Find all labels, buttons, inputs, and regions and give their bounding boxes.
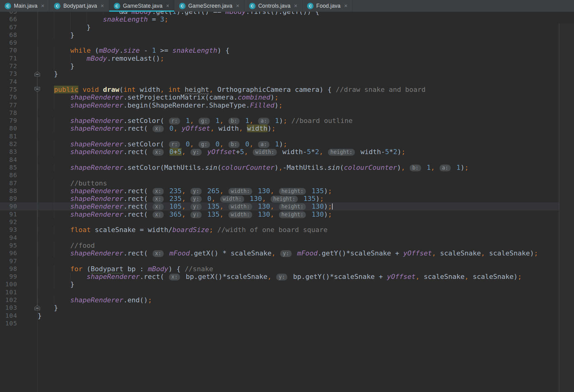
code-line[interactable]: 100} [0, 280, 574, 288]
code-line[interactable]: 72} [0, 62, 574, 70]
close-icon[interactable]: ✕ [100, 4, 104, 8]
gutter[interactable]: 105 [0, 320, 38, 327]
close-icon[interactable]: ✕ [236, 4, 240, 8]
fold-marker-icon[interactable] [35, 87, 40, 92]
tab-food-java[interactable]: CFood.java✕ [302, 0, 352, 12]
gutter[interactable]: 79 [0, 117, 38, 125]
gutter[interactable]: 74 [0, 78, 38, 86]
close-icon[interactable]: ✕ [41, 4, 45, 8]
gutter[interactable]: 104 [0, 312, 38, 320]
fold-marker-icon[interactable] [35, 305, 40, 310]
gutter[interactable]: 66 [0, 15, 38, 23]
code-line[interactable]: 81 [0, 133, 574, 140]
code-line[interactable]: 91shapeRenderer.rect( x: 365, y: 135, wi… [0, 210, 574, 218]
code-line[interactable]: 105 [0, 320, 574, 327]
code-line[interactable]: 76shapeRenderer.setProjectionMatrix(came… [0, 93, 574, 101]
gutter[interactable]: 100 [0, 280, 38, 288]
gutter[interactable]: 85 [0, 164, 38, 171]
gutter[interactable]: 69 [0, 39, 38, 47]
code-line[interactable]: 101 [0, 288, 574, 296]
close-icon[interactable]: ✕ [294, 4, 297, 8]
gutter[interactable]: 84 [0, 156, 38, 164]
code-line[interactable]: 75public void draw(int width, int height… [0, 86, 574, 93]
scrollbar-track[interactable] [559, 23, 574, 392]
code-line[interactable]: 85shapeRenderer.setColor(MathUtils.sin(c… [0, 164, 574, 171]
tab-controls-java[interactable]: CControls.java✕ [244, 0, 302, 12]
gutter[interactable]: 87 [0, 179, 38, 187]
tab-bodypart-java[interactable]: CBodypart.java✕ [49, 0, 109, 12]
gutter[interactable]: 99 [0, 273, 38, 280]
gutter[interactable]: 76 [0, 93, 38, 101]
gutter[interactable]: 96 [0, 249, 38, 257]
code-line[interactable]: 66snakeLength = 3; [0, 15, 574, 23]
code-line[interactable]: 102shapeRenderer.end(); [0, 296, 574, 304]
gutter[interactable]: 102 [0, 296, 38, 304]
gutter[interactable]: 95 [0, 242, 38, 249]
code-line[interactable]: 97 [0, 257, 574, 265]
code-line[interactable]: 82shapeRenderer.setColor( r: 0, g: 0, b:… [0, 140, 574, 148]
gutter[interactable]: 71 [0, 55, 38, 62]
gutter[interactable]: 83 [0, 148, 38, 156]
code-line[interactable]: 86 [0, 171, 574, 179]
gutter[interactable]: 86 [0, 171, 38, 179]
code-line[interactable]: 70while (mBody.size - 1 >= snakeLength) … [0, 47, 574, 54]
gutter[interactable]: 68 [0, 31, 38, 39]
code-line[interactable]: 89shapeRenderer.rect( x: 235, y: 0, widt… [0, 195, 574, 202]
code-line[interactable]: 73} [0, 70, 574, 78]
code-line[interactable]: 99shapeRenderer.rect( x: bp.getX()*scale… [0, 273, 574, 280]
close-icon[interactable]: ✕ [344, 4, 348, 8]
gutter[interactable]: 88 [0, 187, 38, 195]
gutter[interactable]: 72 [0, 62, 38, 70]
gutter[interactable]: 77 [0, 101, 38, 109]
gutter[interactable]: 75 [0, 86, 38, 93]
fold-marker-icon[interactable] [35, 71, 40, 76]
tab-gamescreen-java[interactable]: CGameScreen.java✕ [174, 0, 244, 12]
gutter[interactable]: 78 [0, 109, 38, 117]
code-line[interactable]: 79shapeRenderer.setColor( r: 1, g: 1, b:… [0, 117, 574, 125]
code-line[interactable]: 88shapeRenderer.rect( x: 235, y: 265, wi… [0, 187, 574, 195]
gutter[interactable]: 70 [0, 47, 38, 54]
code-line[interactable]: 95//food [0, 242, 574, 249]
code-line[interactable]: 103} [0, 304, 574, 312]
tab-gamestate-java[interactable]: CGameState.java✕ [109, 0, 174, 12]
gutter[interactable]: 103 [0, 304, 38, 312]
code-line[interactable]: 67} [0, 23, 574, 31]
gutter[interactable]: 94 [0, 234, 38, 242]
code-line[interactable]: 87//buttons [0, 179, 574, 187]
gutter[interactable]: 93 [0, 226, 38, 234]
code-line[interactable]: 71mBody.removeLast(); [0, 55, 574, 62]
code-line[interactable]: 92 [0, 218, 574, 226]
gutter[interactable]: 89 [0, 195, 38, 202]
code-line[interactable]: 93float scaleSnake = width/boardSize; //… [0, 226, 574, 234]
gutter[interactable]: 65 [0, 12, 38, 15]
code-line[interactable]: 96shapeRenderer.rect( x: mFood.getX() * … [0, 249, 574, 257]
code-line[interactable]: 78 [0, 109, 574, 117]
code-line[interactable]: 65&& mBody.get(1).getY() == mBody.first(… [0, 12, 574, 15]
gutter[interactable]: 101 [0, 288, 38, 296]
gutter[interactable]: 97 [0, 257, 38, 265]
code-line-current[interactable]: 90shapeRenderer.rect( x: 105, y: 135, wi… [0, 202, 574, 210]
code-line[interactable]: 98for (Bodypart bp : mBody) { //snake [0, 265, 574, 273]
gutter[interactable]: 73 [0, 70, 38, 78]
gutter[interactable]: 92 [0, 218, 38, 226]
code-line[interactable]: 84 [0, 156, 574, 164]
code-line[interactable]: 80shapeRenderer.rect( x: 0, yOffset, wid… [0, 125, 574, 132]
code-editor[interactable]: 65&& mBody.get(1).getY() == mBody.first(… [0, 12, 574, 392]
code-line[interactable]: 104} [0, 312, 574, 320]
code-line[interactable]: 69 [0, 39, 574, 47]
gutter[interactable]: 91 [0, 210, 38, 218]
tab-main-java[interactable]: CMain.java✕ [0, 0, 49, 12]
code-line[interactable]: 83shapeRenderer.rect( x: 0+5, y: yOffset… [0, 148, 574, 156]
code-token: bp.getY()*scaleSnake + [289, 273, 387, 280]
code-line[interactable]: 68} [0, 31, 574, 39]
code-line[interactable]: 94 [0, 234, 574, 242]
code-line[interactable]: 77shapeRenderer.begin(ShapeRenderer.Shap… [0, 101, 574, 109]
gutter[interactable]: 90 [0, 202, 38, 210]
gutter[interactable]: 82 [0, 140, 38, 148]
gutter[interactable]: 98 [0, 265, 38, 273]
code-line[interactable]: 74 [0, 78, 574, 86]
gutter[interactable]: 67 [0, 23, 38, 31]
close-icon[interactable]: ✕ [166, 4, 170, 8]
gutter[interactable]: 80 [0, 125, 38, 132]
gutter[interactable]: 81 [0, 133, 38, 140]
